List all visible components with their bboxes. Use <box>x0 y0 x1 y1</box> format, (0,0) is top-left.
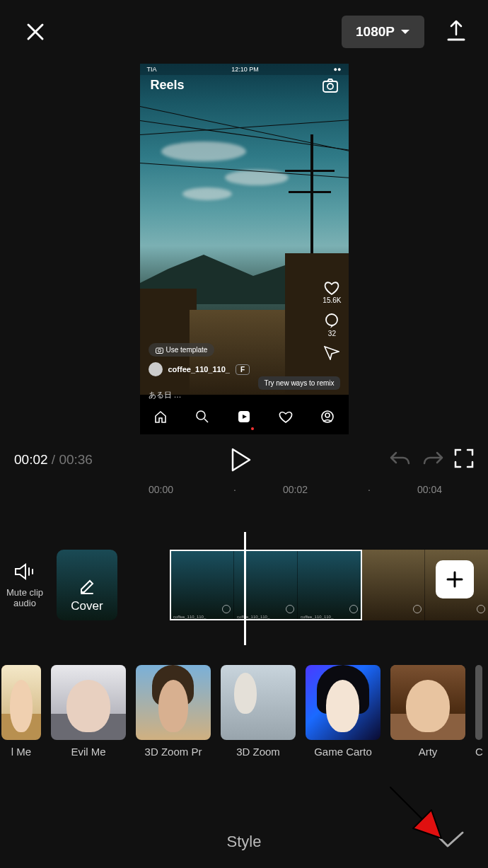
confirm-button[interactable] <box>437 830 465 854</box>
styles-strip[interactable]: l Me Evil Me 3D Zoom Pr 3D Zoom Game Car… <box>0 665 488 764</box>
reels-title: Reels <box>151 78 185 93</box>
style-label: Evil Me <box>51 746 126 758</box>
style-item[interactable]: l Me <box>1 665 41 764</box>
export-button[interactable] <box>446 19 467 45</box>
edit-icon <box>79 578 95 595</box>
camera-small-icon <box>156 347 163 354</box>
clip-frame[interactable] <box>361 550 424 620</box>
redo-button[interactable] <box>422 449 444 471</box>
remix-tooltip: Try new ways to remix <box>258 376 339 390</box>
play-icon <box>230 448 251 472</box>
panel-title: Style <box>227 833 262 851</box>
camera-icon <box>323 79 338 93</box>
clip-frame[interactable]: coffee_110_110_ <box>233 550 297 620</box>
style-item[interactable]: 3D Zoom <box>221 665 296 764</box>
undo-icon <box>389 449 412 468</box>
profile-icon <box>320 410 335 424</box>
close-button[interactable] <box>21 18 50 46</box>
use-template-chip: Use template <box>149 343 215 357</box>
style-label: C <box>475 746 483 758</box>
svg-point-8 <box>325 413 330 417</box>
style-label: 3D Zoom <box>221 746 296 758</box>
plus-icon <box>445 569 465 589</box>
svg-point-5 <box>197 411 205 419</box>
reel-side-actions: 15.6K 32 <box>323 281 341 360</box>
reel-user-row: coffee_110_110_ F <box>149 362 340 376</box>
style-label: Game Carto <box>306 746 380 758</box>
style-label: 3D Zoom Pr <box>136 746 211 758</box>
style-item[interactable]: Evil Me <box>51 665 126 764</box>
reels-icon <box>237 410 251 424</box>
phone-status-bar: TIA 12:10 PM ●● <box>140 64 349 75</box>
svg-point-4 <box>158 349 161 352</box>
fullscreen-icon <box>454 449 474 468</box>
clip-frame[interactable]: coffee_110_110_ <box>297 550 361 620</box>
reel-bottom-nav <box>140 399 349 434</box>
cover-button[interactable]: Cover <box>57 550 117 620</box>
clip-frame[interactable]: coffee_110_110_ <box>170 550 233 620</box>
home-icon <box>153 410 168 424</box>
heart-nav-icon <box>279 410 293 423</box>
send-icon <box>324 346 339 360</box>
svg-point-2 <box>326 314 337 325</box>
resolution-label: 1080P <box>356 24 395 40</box>
video-preview[interactable]: TIA 12:10 PM ●● Reels 15.6K 32 Use templ… <box>140 64 349 434</box>
export-icon <box>446 19 467 42</box>
svg-rect-3 <box>156 348 163 354</box>
speaker-icon <box>14 562 35 581</box>
style-item[interactable]: C <box>475 665 483 764</box>
add-clip-button[interactable] <box>436 560 474 598</box>
mute-clip-audio-button[interactable]: Mute clip audio <box>0 562 50 608</box>
style-label: Arty <box>390 746 465 758</box>
search-icon <box>195 410 209 424</box>
check-icon <box>437 830 465 850</box>
svg-point-1 <box>327 83 333 89</box>
style-item[interactable]: 3D Zoom Pr <box>136 665 211 764</box>
timeline-ruler[interactable]: 00:00 · 00:02 · 00:04 <box>0 481 488 501</box>
playhead[interactable] <box>244 532 246 645</box>
undo-button[interactable] <box>389 449 412 471</box>
redo-icon <box>422 449 444 468</box>
style-item[interactable]: Arty <box>390 665 465 764</box>
heart-icon <box>324 281 339 295</box>
avatar <box>149 362 163 376</box>
chevron-down-icon <box>400 28 410 35</box>
fullscreen-button[interactable] <box>454 449 474 471</box>
comment-icon <box>324 313 339 328</box>
close-icon <box>25 21 46 42</box>
time-display: 00:02 / 00:36 <box>14 452 93 468</box>
style-item[interactable]: Game Carto <box>306 665 380 764</box>
play-button[interactable] <box>103 448 379 472</box>
style-label: l Me <box>1 746 41 758</box>
resolution-button[interactable]: 1080P <box>342 16 424 48</box>
